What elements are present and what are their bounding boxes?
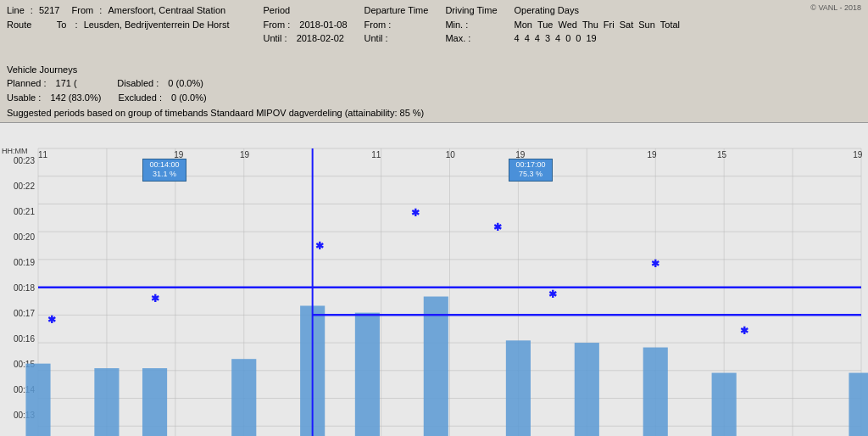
departure-label: Departure Time	[364, 3, 429, 18]
y-label: 00:18	[0, 276, 38, 301]
tooltip-2: 00:17:0075.3 %	[509, 159, 553, 182]
y-label: 00:23	[0, 148, 38, 174]
svg-rect-35	[712, 372, 737, 436]
svg-text:✱: ✱	[47, 313, 56, 325]
day-value: 19	[586, 31, 596, 46]
period-from-label: From :	[263, 18, 290, 32]
disabled-value: 0 (0.0%)	[168, 76, 203, 91]
route-label: Route	[7, 18, 31, 32]
svg-rect-34	[643, 347, 668, 436]
svg-text:✱: ✱	[411, 207, 420, 219]
day-value: 4	[525, 31, 530, 46]
departure-until-label: Until :	[364, 31, 388, 46]
svg-rect-30	[355, 312, 380, 436]
svg-text:✱: ✱	[651, 258, 659, 270]
driving-min-label: Min. :	[445, 18, 468, 32]
day-label: Sun	[638, 18, 655, 32]
period-until: 2018-02-02	[297, 31, 344, 46]
driving-label: Driving Time	[445, 3, 497, 18]
usable-value: 142 (83.0%)	[50, 91, 101, 105]
line-number: 5217	[39, 3, 59, 18]
day-label: Tue	[537, 18, 554, 32]
day-label: Fri	[604, 18, 615, 32]
chart-inner: ✱✱✱✱✱✱✱✱✱	[38, 148, 861, 437]
day-label: Total	[660, 18, 680, 32]
count-badge: 10	[446, 150, 455, 159]
chart-area: HH:MM 00:1200:1300:1400:1500:1600:1700:1…	[0, 123, 868, 437]
svg-rect-31	[424, 296, 448, 436]
operating-label: Operating Days	[515, 3, 579, 18]
vehicle-info: Vehicle Journeys Planned : 171 ( Disable…	[7, 63, 207, 105]
count-badge: 19	[853, 150, 862, 159]
count-badge: 19	[240, 150, 249, 159]
svg-rect-25	[25, 363, 50, 436]
y-label: 00:20	[0, 225, 38, 250]
svg-rect-32	[506, 340, 531, 436]
day-value: 4	[515, 31, 520, 46]
period-label: Period	[263, 3, 290, 18]
day-label: Thu	[582, 18, 598, 32]
line-label: Line	[7, 3, 25, 18]
day-value: 3	[545, 31, 550, 46]
svg-text:✱: ✱	[493, 221, 502, 232]
svg-rect-26	[94, 368, 119, 436]
to-label: To	[57, 18, 67, 32]
copyright-text: © VANL - 2018	[810, 3, 861, 12]
svg-rect-36	[849, 372, 868, 436]
day-label: Wed	[558, 18, 576, 32]
planned-label: Planned :	[7, 76, 46, 91]
day-label: Sat	[620, 18, 634, 32]
disabled-label: Disabled :	[117, 76, 159, 91]
excluded-value: 0 (0.0%)	[171, 91, 207, 105]
suggested-text: Suggested periods based on group of time…	[7, 106, 424, 120]
y-label: 00:16	[0, 327, 38, 352]
count-badge: 19	[648, 150, 657, 159]
svg-text:✱: ✱	[548, 288, 557, 299]
day-value: 4	[535, 31, 540, 46]
tooltip-1: 00:14:0031.1 %	[142, 159, 186, 182]
svg-text:✱: ✱	[151, 293, 159, 305]
period-until-label: Until :	[263, 31, 287, 46]
driving-info: Driving Time Min. : Max. :	[445, 3, 497, 46]
day-label: Mon	[515, 18, 532, 32]
count-badge: 11	[38, 150, 47, 159]
driving-max-label: Max. :	[445, 31, 470, 46]
day-value: 0	[576, 31, 581, 46]
y-label: 00:21	[0, 199, 38, 225]
day-value: 0	[565, 31, 570, 46]
to-value: Leusden, Bedrijventerrein De Horst	[84, 18, 230, 32]
svg-rect-28	[231, 359, 256, 436]
svg-text:✱: ✱	[315, 239, 324, 251]
y-label: 00:19	[0, 250, 38, 276]
y-label: 00:22	[0, 174, 38, 199]
from-label: From	[72, 3, 94, 18]
count-badge: 15	[717, 150, 726, 159]
count-badge: 11	[371, 150, 381, 159]
excluded-label: Excluded :	[119, 91, 162, 105]
vehicle-label: Vehicle Journeys	[7, 63, 77, 77]
svg-rect-27	[142, 368, 167, 436]
svg-text:✱: ✱	[740, 325, 748, 337]
departure-from-label: From :	[364, 18, 392, 32]
operating-info: Operating Days MonTueWedThuFriSatSunTota…	[515, 3, 681, 46]
departure-info: Departure Time From : Until :	[364, 3, 429, 46]
period-info: Period From : 2018-01-08 Until : 2018-02…	[263, 3, 347, 46]
usable-label: Usable :	[7, 91, 41, 105]
line-info: Line : 5217 From : Amersfoort, Centraal …	[7, 3, 229, 46]
svg-rect-33	[575, 343, 599, 436]
header-panel: Line : 5217 From : Amersfoort, Centraal …	[0, 0, 868, 123]
y-label: 00:17	[0, 301, 38, 327]
planned-value: 171 (	[56, 76, 77, 91]
from-value: Amersfoort, Centraal Station	[108, 3, 225, 18]
period-from: 2018-01-08	[299, 18, 347, 32]
day-value: 4	[555, 31, 560, 46]
